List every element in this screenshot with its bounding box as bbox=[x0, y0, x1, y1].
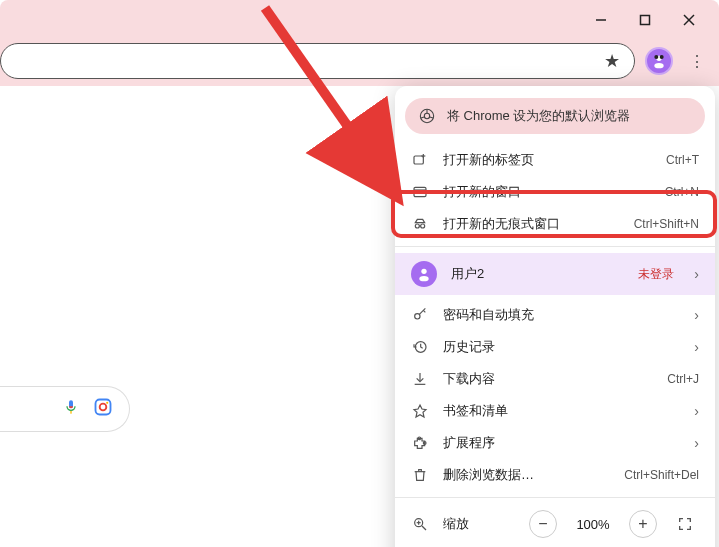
menu-extensions[interactable]: 扩展程序 › bbox=[395, 427, 715, 459]
default-browser-banner[interactable]: 将 Chrome 设为您的默认浏览器 bbox=[405, 98, 705, 134]
svg-rect-9 bbox=[96, 400, 111, 415]
title-bar bbox=[0, 0, 719, 40]
fullscreen-button[interactable] bbox=[671, 510, 699, 538]
svg-marker-33 bbox=[414, 405, 426, 417]
trash-icon bbox=[411, 467, 429, 483]
menu-label: 下载内容 bbox=[443, 370, 653, 388]
zoom-value: 100% bbox=[571, 517, 615, 532]
menu-profile[interactable]: 用户2 未登录 › bbox=[395, 253, 715, 295]
profile-avatar-button[interactable] bbox=[645, 47, 673, 75]
profile-avatar-icon bbox=[411, 261, 437, 287]
new-tab-icon bbox=[411, 152, 429, 168]
svg-point-26 bbox=[419, 276, 428, 281]
incognito-icon bbox=[411, 216, 429, 232]
menu-label: 书签和清单 bbox=[443, 402, 680, 420]
minimize-button[interactable] bbox=[579, 4, 623, 36]
menu-passwords[interactable]: 密码和自动填充 › bbox=[395, 299, 715, 331]
menu-label: 历史记录 bbox=[443, 338, 680, 356]
chevron-right-icon: › bbox=[694, 307, 699, 323]
svg-rect-1 bbox=[641, 16, 650, 25]
menu-downloads[interactable]: 下载内容 Ctrl+J bbox=[395, 363, 715, 395]
svg-point-23 bbox=[421, 224, 425, 228]
menu-shortcut: Ctrl+N bbox=[665, 185, 699, 199]
bookmark-star-icon[interactable]: ★ bbox=[604, 50, 620, 72]
menu-new-incognito[interactable]: 打开新的无痕式窗口 Ctrl+Shift+N bbox=[395, 208, 715, 240]
svg-point-10 bbox=[100, 404, 107, 411]
svg-rect-17 bbox=[414, 156, 423, 164]
menu-clear-data[interactable]: 删除浏览数据… Ctrl+Shift+Del bbox=[395, 459, 715, 491]
chevron-right-icon: › bbox=[694, 339, 699, 355]
profile-name: 用户2 bbox=[451, 265, 624, 283]
chevron-right-icon: › bbox=[694, 435, 699, 451]
svg-point-22 bbox=[415, 224, 419, 228]
menu-new-tab[interactable]: 打开新的标签页 Ctrl+T bbox=[395, 144, 715, 176]
svg-point-7 bbox=[660, 55, 664, 59]
svg-point-5 bbox=[654, 63, 663, 68]
zoom-icon bbox=[411, 516, 429, 532]
menu-bookmarks[interactable]: 书签和清单 › bbox=[395, 395, 715, 427]
chevron-right-icon: › bbox=[694, 266, 699, 282]
history-icon bbox=[411, 339, 429, 355]
banner-text: 将 Chrome 设为您的默认浏览器 bbox=[447, 107, 630, 125]
menu-label: 密码和自动填充 bbox=[443, 306, 680, 324]
menu-separator bbox=[395, 246, 715, 247]
chrome-menu-button[interactable]: ⋮ bbox=[683, 47, 711, 75]
profile-status: 未登录 bbox=[638, 266, 674, 283]
menu-history[interactable]: 历史记录 › bbox=[395, 331, 715, 363]
zoom-out-button[interactable]: − bbox=[529, 510, 557, 538]
menu-label: 删除浏览数据… bbox=[443, 466, 610, 484]
svg-point-6 bbox=[654, 55, 658, 59]
extension-icon bbox=[411, 435, 429, 451]
new-window-icon bbox=[411, 184, 429, 200]
svg-rect-20 bbox=[414, 187, 426, 196]
lens-search-icon[interactable] bbox=[93, 397, 113, 421]
menu-label: 打开新的无痕式窗口 bbox=[443, 215, 620, 233]
maximize-button[interactable] bbox=[623, 4, 667, 36]
svg-line-37 bbox=[422, 526, 426, 530]
close-button[interactable] bbox=[667, 4, 711, 36]
menu-shortcut: Ctrl+Shift+Del bbox=[624, 468, 699, 482]
omnibox[interactable]: ★ bbox=[0, 43, 635, 79]
menu-shortcut: Ctrl+T bbox=[666, 153, 699, 167]
zoom-label: 缩放 bbox=[443, 515, 515, 533]
svg-line-29 bbox=[423, 310, 425, 312]
voice-search-icon[interactable] bbox=[63, 399, 79, 419]
menu-separator bbox=[395, 497, 715, 498]
svg-point-25 bbox=[421, 269, 426, 274]
menu-zoom: 缩放 − 100% + bbox=[395, 504, 715, 544]
menu-shortcut: Ctrl+Shift+N bbox=[634, 217, 699, 231]
download-icon bbox=[411, 371, 429, 387]
svg-point-11 bbox=[106, 402, 108, 404]
svg-point-13 bbox=[424, 113, 429, 118]
chrome-menu: 将 Chrome 设为您的默认浏览器 打开新的标签页 Ctrl+T 打开新的窗口… bbox=[395, 86, 715, 547]
address-bar: ★ ⋮ bbox=[0, 40, 719, 86]
zoom-in-button[interactable]: + bbox=[629, 510, 657, 538]
chevron-right-icon: › bbox=[694, 403, 699, 419]
key-icon bbox=[411, 307, 429, 323]
bookmark-star-icon bbox=[411, 403, 429, 419]
svg-point-27 bbox=[415, 314, 420, 319]
google-search-box[interactable] bbox=[0, 386, 130, 432]
menu-shortcut: Ctrl+J bbox=[667, 372, 699, 386]
menu-label: 打开新的窗口 bbox=[443, 183, 651, 201]
menu-label: 打开新的标签页 bbox=[443, 151, 652, 169]
menu-new-window[interactable]: 打开新的窗口 Ctrl+N bbox=[395, 176, 715, 208]
menu-label: 扩展程序 bbox=[443, 434, 680, 452]
svg-rect-8 bbox=[70, 411, 71, 414]
